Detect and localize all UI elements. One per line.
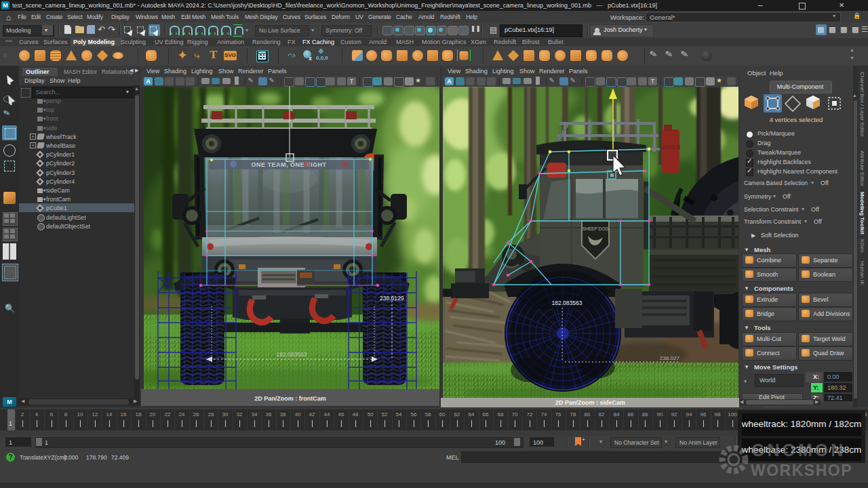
svg-text:238.027: 238.027	[660, 355, 679, 361]
svg-text:ONE TEAM, ONE FIGHT: ONE TEAM, ONE FIGHT	[251, 161, 326, 168]
svg-text:SHEEP DOG: SHEEP DOG	[583, 226, 609, 231]
svg-text:238.0129: 238.0129	[380, 295, 404, 302]
svg-text:WORKSHOP: WORKSHOP	[751, 462, 852, 479]
svg-text:182.083563: 182.083563	[552, 300, 583, 306]
svg-text:GNOMON: GNOMON	[751, 441, 846, 460]
svg-text:182.083563: 182.083563	[277, 351, 307, 358]
